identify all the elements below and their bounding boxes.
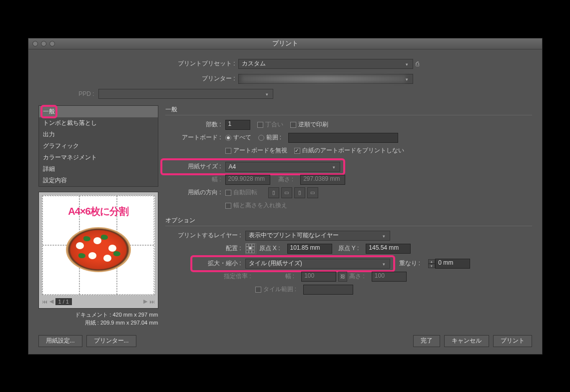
copies-input[interactable]: 1 bbox=[225, 120, 250, 130]
preview-nav: ⏮ ◀ 1 / 1 ▶ ⏭ bbox=[42, 298, 155, 305]
printer-name-blurred bbox=[242, 75, 406, 82]
paper-size-highlight: 用紙サイズ : A4▾ bbox=[160, 158, 345, 175]
overlap-stepper[interactable]: ▴▾ bbox=[428, 259, 435, 268]
overlap-input[interactable]: 0 mm bbox=[435, 259, 470, 269]
scale-select[interactable]: タイル (用紙サイズ)▾ bbox=[245, 259, 390, 269]
cat-colormgmt[interactable]: カラーマネジメント bbox=[39, 152, 158, 163]
preview-artwork bbox=[66, 227, 131, 272]
print-button[interactable]: プリント bbox=[493, 335, 532, 347]
done-button[interactable]: 完了 bbox=[413, 335, 440, 347]
cat-advanced[interactable]: 詳細 bbox=[39, 163, 158, 175]
cancel-button[interactable]: キャンセル bbox=[444, 335, 489, 347]
ratio-label: 指定倍率 : bbox=[165, 272, 255, 281]
cat-summary[interactable]: 設定内容 bbox=[39, 175, 158, 186]
link-icon[interactable]: ⛓ bbox=[338, 272, 347, 282]
reverse-checkbox[interactable] bbox=[290, 122, 296, 128]
ppd-select: ▾ bbox=[98, 89, 273, 99]
cat-output[interactable]: 出力 bbox=[39, 129, 158, 140]
layers-label: プリントするレイヤー : bbox=[165, 231, 245, 240]
tile-range-checkbox bbox=[255, 287, 261, 293]
chevron-down-icon: ▾ bbox=[404, 61, 411, 68]
tile-range-input bbox=[303, 285, 353, 295]
printer-button[interactable]: プリンター... bbox=[86, 335, 136, 347]
cat-general[interactable]: 一般 bbox=[39, 106, 158, 117]
skip-blank-checkbox[interactable] bbox=[294, 148, 300, 154]
orient-portrait-rev-icon[interactable]: ▯ bbox=[294, 187, 305, 198]
preset-select[interactable]: カスタム▾ bbox=[238, 59, 413, 69]
scale-label: 拡大・縮小 : bbox=[195, 259, 245, 268]
orient-portrait-icon[interactable]: ▯ bbox=[268, 187, 279, 198]
ppd-label: PPD : bbox=[38, 90, 98, 97]
print-dialog: プリント プリントプリセット : カスタム▾ ⎙ プリンター : ▾ PPD :… bbox=[28, 38, 543, 355]
anchor-widget[interactable] bbox=[245, 243, 256, 254]
artboard-label: アートボード : bbox=[165, 133, 225, 142]
collate-checkbox bbox=[257, 122, 263, 128]
copies-label: 部数 : bbox=[165, 120, 225, 129]
cat-marks[interactable]: トンボと裁ち落とし bbox=[39, 117, 158, 129]
nav-next-icon[interactable]: ▶ bbox=[143, 298, 147, 305]
nav-first-icon[interactable]: ⏮ bbox=[42, 299, 47, 305]
swap-wh-checkbox bbox=[225, 203, 231, 209]
traffic-lights bbox=[32, 41, 55, 46]
scale-highlight: 拡大・縮小 : タイル (用紙サイズ)▾ bbox=[190, 255, 395, 272]
auto-rotate-checkbox[interactable] bbox=[225, 190, 231, 196]
scale-h-input: 100 bbox=[372, 272, 407, 282]
width-input: 209.9028 mm bbox=[225, 175, 270, 185]
chevron-down-icon: ▾ bbox=[331, 164, 338, 171]
chevron-down-icon: ▾ bbox=[264, 91, 271, 98]
ignore-artboard-checkbox[interactable] bbox=[225, 148, 231, 154]
doc-info: ドキュメント : 420 mm x 297 mm 用紙 : 209.9 mm x… bbox=[38, 311, 158, 327]
orient-label: 用紙の方向 : bbox=[165, 188, 225, 197]
printer-label: プリンター : bbox=[38, 74, 238, 83]
section-general-title: 一般 bbox=[165, 105, 532, 115]
preview-panel: A4×6枚に分割 bbox=[38, 192, 158, 309]
section-options-title: オプション bbox=[165, 216, 532, 226]
chevron-down-icon: ▾ bbox=[381, 233, 388, 240]
orient-landscape-icon[interactable]: ▭ bbox=[281, 187, 292, 198]
window-title: プリント bbox=[272, 39, 298, 48]
origin-x-input[interactable]: 101.85 mm bbox=[287, 244, 332, 254]
chevron-down-icon: ▾ bbox=[404, 76, 411, 83]
preview-canvas: A4×6枚に分割 bbox=[42, 195, 155, 295]
placement-label: 配置 : bbox=[165, 244, 245, 253]
traffic-dot bbox=[49, 41, 55, 46]
category-list: 一般 トンボと裁ち落とし 出力 グラフィック カラーマネジメント 詳細 設定内容 bbox=[38, 105, 158, 187]
width-label: 幅 : bbox=[165, 175, 225, 184]
nav-last-icon[interactable]: ⏭ bbox=[149, 299, 155, 305]
paper-size-label: 用紙サイズ : bbox=[165, 162, 225, 171]
nav-page: 1 / 1 bbox=[55, 298, 72, 305]
annotation-text: A4×6枚に分割 bbox=[42, 205, 154, 218]
artboard-all-radio[interactable] bbox=[225, 135, 231, 141]
orient-buttons: ▯ ▭ ▯ ▭ bbox=[268, 187, 318, 198]
origin-y-input[interactable]: 145.54 mm bbox=[366, 244, 411, 254]
page-setup-button[interactable]: 用紙設定... bbox=[38, 335, 82, 347]
orient-landscape-rev-icon[interactable]: ▭ bbox=[307, 187, 318, 198]
height-input: 297.0389 mm bbox=[300, 175, 345, 185]
artboard-range-radio[interactable] bbox=[258, 135, 264, 141]
range-input[interactable] bbox=[288, 133, 398, 143]
preset-label: プリントプリセット : bbox=[38, 59, 238, 68]
chevron-down-icon: ▾ bbox=[381, 261, 388, 268]
traffic-dot bbox=[32, 41, 38, 46]
layers-select[interactable]: 表示中でプリント可能なレイヤー▾ bbox=[245, 231, 390, 241]
titlebar: プリント bbox=[28, 38, 542, 49]
nav-prev-icon[interactable]: ◀ bbox=[49, 298, 53, 305]
scale-w-input: 100 bbox=[301, 272, 336, 282]
printer-select[interactable]: ▾ bbox=[238, 74, 413, 84]
paper-size-select[interactable]: A4▾ bbox=[225, 162, 340, 172]
cat-graphics[interactable]: グラフィック bbox=[39, 140, 158, 152]
traffic-dot bbox=[41, 41, 46, 46]
save-preset-icon[interactable]: ⎙ bbox=[413, 60, 422, 67]
